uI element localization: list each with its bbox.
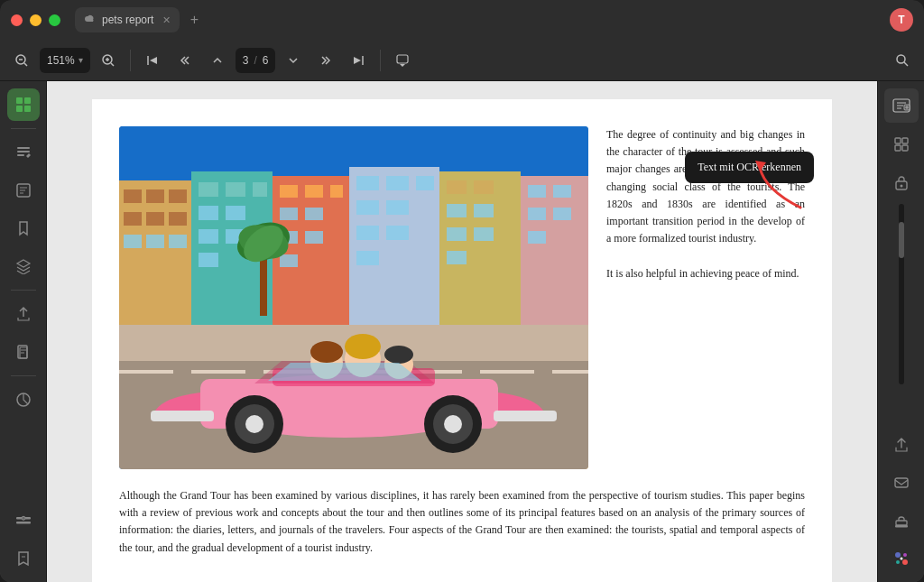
svg-rect-35 (124, 235, 142, 248)
page-image (119, 126, 588, 469)
svg-line-11 (904, 62, 908, 66)
document-page: Text mit OCR erkennen The degree of cont… (92, 99, 832, 582)
titlebar: pets report ✕ + T (0, 0, 924, 40)
page-current[interactable]: 3 (243, 54, 249, 67)
svg-rect-69 (474, 204, 494, 217)
form-icon[interactable] (7, 174, 40, 207)
magic-icon[interactable] (885, 542, 918, 575)
svg-rect-65 (439, 171, 521, 325)
svg-rect-70 (447, 227, 467, 241)
svg-rect-72 (447, 251, 467, 264)
prev-page-button[interactable] (203, 46, 232, 75)
svg-rect-15 (24, 106, 31, 112)
svg-rect-39 (199, 182, 218, 197)
next-page-button[interactable] (279, 46, 308, 75)
svg-rect-9 (397, 55, 408, 63)
first-page-button[interactable] (138, 46, 167, 75)
maximize-button[interactable] (49, 14, 60, 26)
svg-rect-119 (895, 525, 908, 528)
lock-icon[interactable] (885, 166, 918, 199)
ocr-arrow-icon (746, 153, 809, 217)
pages-icon[interactable] (7, 336, 40, 368)
mail-icon[interactable] (885, 467, 918, 499)
svg-point-99 (345, 334, 381, 359)
comment-icon (395, 53, 410, 68)
search-button[interactable] (888, 46, 917, 75)
zoom-out-button[interactable] (7, 46, 36, 75)
svg-rect-50 (330, 185, 343, 198)
svg-rect-91 (552, 370, 588, 374)
tab-pets-report[interactable]: pets report ✕ (75, 7, 180, 32)
next-skip-icon (319, 54, 332, 67)
new-tab-button[interactable]: + (183, 9, 205, 31)
svg-point-121 (903, 553, 907, 557)
svg-rect-74 (528, 185, 546, 198)
first-page-icon (146, 54, 159, 67)
right-sidebar-spacer (899, 204, 904, 423)
close-button[interactable] (11, 14, 23, 26)
svg-rect-31 (169, 189, 187, 203)
svg-rect-85 (119, 370, 173, 374)
svg-rect-37 (169, 235, 187, 248)
tab-close-button[interactable]: ✕ (162, 14, 171, 26)
svg-rect-63 (386, 226, 409, 240)
next-skip-button[interactable] (311, 46, 340, 75)
zoom-out-icon (14, 53, 29, 68)
svg-rect-52 (305, 208, 323, 220)
scan-icon[interactable] (885, 128, 918, 161)
comment-button[interactable] (388, 46, 417, 75)
svg-point-120 (895, 552, 901, 558)
page-main-content: Text mit OCR erkennen The degree of cont… (119, 126, 805, 469)
annotation-icon[interactable] (7, 136, 40, 169)
svg-rect-56 (349, 167, 439, 325)
zoom-value: 151% (47, 54, 75, 67)
svg-rect-117 (895, 478, 908, 487)
share-icon[interactable] (885, 429, 918, 461)
zoom-control[interactable]: 151% ▾ (40, 48, 90, 73)
svg-rect-86 (191, 370, 245, 374)
separator-2 (380, 50, 381, 71)
svg-rect-113 (895, 145, 901, 151)
minimize-button[interactable] (30, 14, 42, 26)
sidebar-divider-1 (11, 128, 36, 129)
svg-rect-73 (521, 176, 588, 325)
svg-rect-76 (528, 208, 546, 220)
svg-rect-13 (24, 97, 31, 104)
page-total: 6 (263, 54, 269, 67)
svg-rect-44 (199, 229, 218, 244)
export-icon[interactable] (7, 298, 40, 330)
svg-rect-118 (896, 521, 907, 525)
layers2-icon[interactable] (7, 504, 40, 537)
toolbar: 151% ▾ 3 / 6 (0, 40, 924, 81)
ocr-tool-icon[interactable] (884, 88, 919, 123)
scrollbar-track[interactable] (899, 204, 904, 384)
page-main-text: Text mit OCR erkennen The degree of cont… (606, 126, 805, 469)
avatar[interactable]: T (890, 8, 913, 32)
svg-rect-66 (447, 180, 467, 194)
svg-rect-57 (356, 176, 379, 190)
svg-rect-102 (494, 411, 557, 421)
svg-point-108 (444, 415, 462, 433)
main-area: Text mit OCR erkennen The degree of cont… (0, 81, 924, 582)
svg-point-10 (897, 55, 905, 63)
car-scene-svg (119, 126, 588, 469)
sticker-icon[interactable] (7, 383, 40, 416)
svg-point-100 (384, 346, 413, 364)
prev-skip-button[interactable] (171, 46, 199, 75)
svg-rect-43 (226, 206, 245, 220)
zoom-in-button[interactable] (94, 46, 123, 75)
layers-icon[interactable] (7, 250, 40, 282)
bookmark2-icon[interactable] (7, 542, 40, 575)
separator-1 (130, 50, 131, 71)
thumbnails-icon[interactable] (7, 88, 40, 121)
bookmark-icon[interactable] (7, 212, 40, 245)
prev-skip-icon (179, 54, 191, 67)
svg-rect-59 (416, 176, 434, 190)
last-page-button[interactable] (344, 46, 373, 75)
scrollbar-thumb[interactable] (899, 222, 904, 258)
content-area[interactable]: Text mit OCR erkennen The degree of cont… (47, 81, 877, 582)
svg-rect-111 (895, 138, 901, 143)
sidebar-divider-3 (11, 375, 36, 376)
zoom-in-icon (101, 53, 116, 68)
stamp-icon[interactable] (885, 504, 918, 537)
